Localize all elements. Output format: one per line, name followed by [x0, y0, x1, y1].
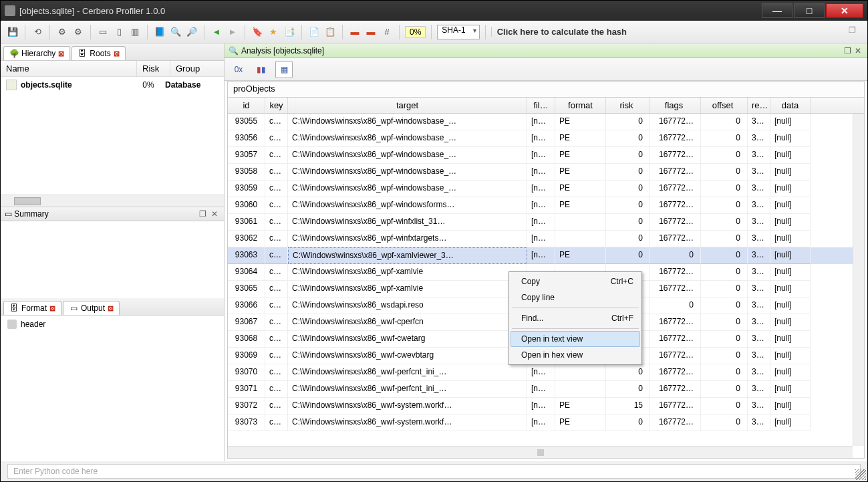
hex-view-button[interactable]: 0x: [230, 61, 247, 78]
cell: [555, 214, 606, 231]
titlebar[interactable]: [objects.sqlite] - Cerbero Profiler 1.0.…: [1, 1, 867, 21]
close-icon[interactable]: ⊠: [114, 49, 120, 58]
table-row[interactable]: 93063c…C:\Windows\winsxs\x86_wpf-xamlvie…: [228, 247, 864, 264]
minimize-button[interactable]: ―: [762, 3, 792, 18]
maximize-button[interactable]: □: [794, 3, 825, 18]
undock-icon[interactable]: ❐: [197, 209, 208, 219]
layout2-icon[interactable]: ▯: [112, 25, 126, 39]
flag2-icon[interactable]: ▬: [364, 25, 378, 39]
cell: 93065: [228, 281, 265, 297]
book-icon[interactable]: 📘: [153, 25, 166, 39]
search-icon[interactable]: 🔍: [169, 25, 182, 39]
cell: 0: [701, 114, 748, 130]
menu-find[interactable]: Find...Ctrl+F: [511, 310, 640, 326]
table-row[interactable]: 93072c…C:\Windows\winsxs\x86_wwf-system.…: [228, 398, 864, 414]
col-risk[interactable]: Risk: [137, 61, 170, 76]
col-key[interactable]: key: [265, 98, 288, 113]
forward-icon[interactable]: ►: [226, 25, 239, 39]
table-row[interactable]: 93058c…C:\Windows\winsxs\x86_wpf-windows…: [228, 164, 864, 180]
cell: 93071: [228, 381, 265, 398]
cell: 3…: [748, 180, 770, 197]
tab-hierarchy[interactable]: 🌳 Hierarchy ⊠: [3, 46, 70, 60]
col-re[interactable]: re…: [748, 98, 770, 113]
grid-hscrollbar[interactable]: [228, 446, 853, 458]
save-icon[interactable]: 💾: [6, 25, 19, 39]
table-row[interactable]: 93060c…C:\Windows\winsxs\x86_wpf-windows…: [228, 197, 864, 214]
tool1-icon[interactable]: 📄: [307, 25, 321, 39]
table-row[interactable]: 93055c…C:\Windows\winsxs\x86_wpf-windows…: [228, 114, 864, 130]
undock-icon[interactable]: ❐: [842, 46, 853, 55]
cell: [n…: [527, 214, 555, 231]
summary-panel-title[interactable]: ▭ Summary ❐ ✕: [1, 207, 224, 221]
layout1-icon[interactable]: ▭: [96, 25, 110, 39]
col-offset[interactable]: offset: [701, 98, 748, 113]
cell: 3…: [748, 364, 770, 381]
table-view-button[interactable]: ▦: [275, 61, 293, 78]
search2-icon[interactable]: 🔎: [185, 25, 198, 39]
cell: [null]: [770, 197, 811, 214]
close-icon[interactable]: ⊠: [49, 304, 55, 313]
progress-pct: 0%: [405, 26, 426, 38]
table-row[interactable]: 93057c…C:\Windows\winsxs\x86_wpf-windows…: [228, 147, 864, 164]
format-item-header[interactable]: header: [1, 316, 224, 333]
close-icon[interactable]: ⊠: [108, 304, 114, 313]
menu-open-hex-view[interactable]: Open in hex view: [511, 347, 640, 363]
menu-copy[interactable]: CopyCtrl+C: [511, 273, 640, 289]
layout3-icon[interactable]: ▥: [128, 25, 142, 39]
col-flags[interactable]: flags: [650, 98, 701, 113]
close-button[interactable]: ✕: [826, 3, 863, 18]
star-icon[interactable]: ★: [267, 25, 280, 39]
col-risk[interactable]: risk: [606, 98, 650, 113]
tab-format[interactable]: 🗄 Format ⊠: [3, 301, 61, 315]
back-icon[interactable]: ◄: [210, 25, 223, 39]
table-row[interactable]: 93070c…C:\Windows\winsxs\x86_wwf-perfcnt…: [228, 364, 864, 381]
cell: 93069: [228, 348, 265, 364]
menu-open-text-view[interactable]: Open in text view: [511, 331, 640, 347]
tab-output[interactable]: ▭ Output ⊠: [63, 301, 120, 315]
menu-copy-line[interactable]: Copy line: [511, 289, 640, 306]
hash-algo-select[interactable]: SHA-1: [437, 25, 479, 39]
col-fil[interactable]: fil…: [527, 98, 555, 113]
bookmark-add-icon[interactable]: 🔖: [251, 25, 264, 39]
flag1-icon[interactable]: ▬: [348, 25, 361, 39]
hash-icon[interactable]: #: [380, 25, 394, 39]
format-tabs: 🗄 Format ⊠ ▭ Output ⊠: [1, 298, 224, 316]
cell: 0: [650, 247, 701, 264]
col-data[interactable]: data: [770, 98, 811, 113]
col-id[interactable]: id: [228, 98, 265, 113]
grid-vscrollbar[interactable]: [853, 114, 864, 446]
cell: [null]: [770, 130, 811, 147]
tool2-icon[interactable]: 📋: [323, 25, 337, 39]
tab-roots[interactable]: 🗄 Roots ⊠: [71, 46, 125, 60]
close-icon[interactable]: ⊠: [58, 49, 64, 58]
col-format[interactable]: format: [555, 98, 606, 113]
col-name[interactable]: Name: [1, 61, 137, 76]
cell: [null]: [770, 247, 811, 264]
resize-grip[interactable]: [855, 469, 866, 480]
gear-icon[interactable]: ⚙: [55, 25, 69, 39]
chart-view-button[interactable]: ▮▮: [253, 61, 270, 78]
hash-calculate-hint[interactable]: Click here to calculate the hash: [491, 27, 843, 37]
gear2-icon[interactable]: ⚙: [71, 25, 85, 39]
table-row[interactable]: 93073c…C:\Windows\winsxs\x86_wwf-system.…: [228, 414, 864, 431]
left-tabs: 🌳 Hierarchy ⊠ 🗄 Roots ⊠: [1, 43, 224, 61]
close-icon[interactable]: ✕: [209, 209, 220, 219]
cell: 93061: [228, 214, 265, 231]
cell: 0: [701, 231, 748, 247]
table-row[interactable]: 93059c…C:\Windows\winsxs\x86_wpf-windows…: [228, 180, 864, 197]
window-new-icon[interactable]: ❐: [849, 25, 862, 39]
hier-scrollbar[interactable]: [1, 195, 224, 207]
table-row[interactable]: 93056c…C:\Windows\winsxs\x86_wpf-windows…: [228, 130, 864, 147]
reload-icon[interactable]: ⟲: [31, 25, 44, 39]
table-row[interactable]: 93061c…C:\Windows\winsxs\x86_wpf-winfxli…: [228, 214, 864, 231]
python-input[interactable]: Enter Python code here: [7, 464, 861, 479]
bookmarks-icon[interactable]: 📑: [283, 25, 296, 39]
table-row[interactable]: 93062c…C:\Windows\winsxs\x86_wpf-winfxta…: [228, 231, 864, 247]
col-group[interactable]: Group: [170, 61, 224, 76]
close-icon[interactable]: ✕: [853, 46, 863, 55]
cell: 0: [606, 180, 650, 197]
col-target[interactable]: target: [288, 98, 527, 113]
table-row[interactable]: 93071c…C:\Windows\winsxs\x86_wwf-perfcnt…: [228, 381, 864, 398]
hierarchy-row[interactable]: objects.sqlite 0% Database: [1, 77, 224, 93]
cell: 0: [701, 197, 748, 214]
